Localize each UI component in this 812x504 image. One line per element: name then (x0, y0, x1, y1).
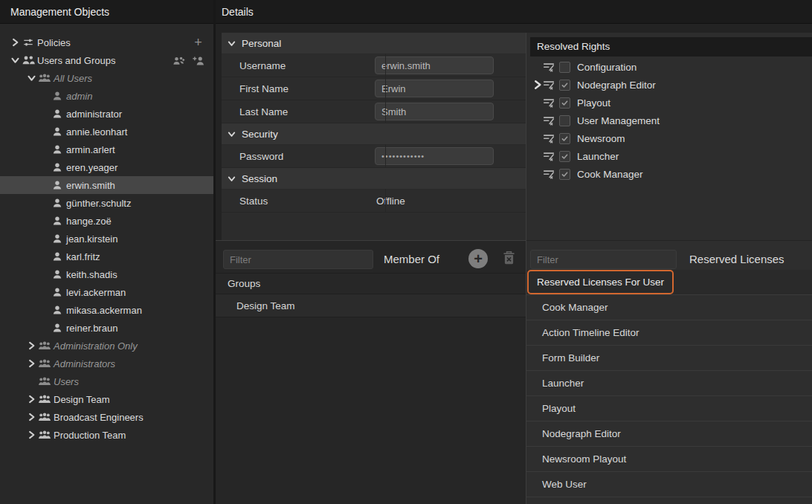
rights-filter-icon (543, 133, 555, 143)
tree-item-administrator[interactable]: administrator (0, 105, 213, 123)
tree-item-label: Production Team (54, 430, 126, 441)
first-name-label: First Name (222, 83, 367, 94)
user-details-form: Personal Username First Name Last Name S… (222, 33, 526, 240)
rights-item-cook-manager[interactable]: Cook Manager (526, 165, 812, 183)
tree-item-keith-shadis[interactable]: keith.shadis (0, 265, 213, 283)
license-row-action-timeline-editor[interactable]: Action Timeline Editor (526, 320, 812, 346)
right-label: Playout (577, 97, 610, 109)
rights-item-newsroom[interactable]: Newsroom (526, 129, 812, 147)
section-label-security: Security (242, 129, 278, 140)
tree-item-users[interactable]: Users (0, 372, 213, 390)
tree-item-karl-fritz[interactable]: karl.fritz (0, 248, 213, 265)
tree-item-mikasa-ackerman[interactable]: mikasa.ackerman (0, 301, 213, 319)
first-name-input[interactable] (375, 80, 494, 97)
rights-item-user-management[interactable]: User Management (526, 112, 812, 129)
tree-item-eren-yeager[interactable]: eren.yeager (0, 158, 213, 176)
right-checkbox[interactable] (559, 80, 570, 91)
tree-item-label: günther.schultz (66, 198, 131, 209)
group-icon (38, 73, 51, 83)
tree-item-annie-leonhart[interactable]: annie.leonhart (0, 123, 213, 140)
license-row-newsroom-playout[interactable]: Newsroom Playout (526, 447, 812, 472)
user-icon (51, 180, 64, 190)
username-input[interactable] (375, 56, 494, 74)
tree-item-label: hange.zoë (66, 216, 112, 227)
tree-item-policies[interactable]: Policies+ (0, 33, 213, 51)
licenses-header-row: Reserved Licenses For User (526, 270, 812, 295)
tree-item-armin-arlert[interactable]: armin.arlert (0, 140, 213, 158)
groups-filter-input[interactable] (223, 250, 373, 269)
chevron-right-icon[interactable] (25, 395, 38, 404)
right-checkbox[interactable] (559, 169, 570, 180)
license-row-form-builder[interactable]: Form Builder (526, 346, 812, 371)
chevron-down-icon (228, 175, 236, 183)
tree-item-hange-zo-[interactable]: hange.zoë (0, 212, 213, 230)
chevron-spacer (532, 152, 543, 161)
remove-member-button[interactable] (503, 251, 515, 265)
user-icon (51, 233, 64, 244)
license-row-nodegraph-editor[interactable]: Nodegraph Editor (526, 421, 812, 447)
chevron-right-icon[interactable] (25, 413, 38, 421)
tree-item-design-team[interactable]: Design Team (0, 390, 213, 408)
rights-item-launcher[interactable]: Launcher (526, 147, 812, 165)
plus-icon[interactable]: + (192, 37, 204, 48)
tree-item-broadcast-engineers[interactable]: Broadcast Engineers (0, 408, 213, 426)
rights-item-playout[interactable]: Playout (526, 94, 812, 112)
section-header-session[interactable]: Session (222, 168, 526, 190)
form-row-last-name: Last Name (222, 100, 526, 123)
add-user-icon[interactable] (192, 55, 204, 66)
user-icon (51, 91, 64, 101)
section-header-security[interactable]: Security (222, 123, 526, 145)
reserved-licenses-for-user-header[interactable]: Reserved Licenses For User (527, 270, 674, 294)
add-group-icon[interactable] (173, 55, 185, 66)
chevron-right-icon[interactable] (25, 359, 38, 368)
chevron-down-icon[interactable] (9, 56, 22, 65)
chevron-down-icon (228, 39, 236, 48)
tree-item-reiner-braun[interactable]: reiner.braun (0, 319, 213, 337)
form-row-password: Password (222, 145, 526, 168)
group-row-design-team[interactable]: Design Team (216, 294, 526, 317)
rights-item-nodegraph-editor[interactable]: Nodegraph Editor (526, 76, 812, 94)
right-label: Cook Manager (577, 169, 643, 180)
chevron-right-icon[interactable] (25, 341, 38, 350)
section-header-personal[interactable]: Personal (222, 33, 526, 54)
license-row-web-user[interactable]: Web User (526, 472, 812, 497)
right-checkbox[interactable] (559, 97, 570, 109)
tree-item-all-users[interactable]: All Users (0, 69, 213, 87)
tree-item-levi-ackerman[interactable]: levi.ackerman (0, 283, 213, 301)
last-name-input[interactable] (375, 103, 494, 120)
add-member-button[interactable]: + (468, 249, 488, 268)
tree-item-g-nther-schultz[interactable]: günther.schultz (0, 194, 213, 212)
license-row-playout[interactable]: Playout (526, 396, 812, 421)
tree-item-label: armin.arlert (66, 144, 115, 155)
right-checkbox[interactable] (559, 151, 570, 162)
tree-item-administration-only[interactable]: Administration Only (0, 337, 213, 355)
license-row-cook-manager[interactable]: Cook Manager (526, 295, 812, 320)
group-icon (38, 394, 51, 404)
trash-icon (503, 256, 515, 267)
member-of-title: Member Of (384, 250, 439, 269)
chevron-right-icon[interactable] (532, 81, 543, 89)
tree-item-admin[interactable]: admin (0, 87, 213, 105)
tree-item-erwin-smith[interactable]: erwin.smith (0, 176, 213, 194)
right-checkbox[interactable] (559, 115, 570, 126)
chevron-down-icon[interactable] (25, 74, 38, 83)
chevron-right-icon[interactable] (9, 38, 22, 47)
tree-item-label: karl.fritz (66, 251, 100, 262)
password-input[interactable] (375, 147, 494, 165)
tree-item-jean-kirstein[interactable]: jean.kirstein (0, 230, 213, 248)
license-row-launcher[interactable]: Launcher (526, 371, 812, 396)
user-icon (51, 198, 64, 208)
chevron-right-icon[interactable] (25, 430, 38, 439)
licenses-filter-input[interactable] (530, 250, 677, 269)
rights-filter-icon (543, 151, 555, 161)
section-label-personal: Personal (242, 38, 281, 49)
right-checkbox[interactable] (559, 62, 570, 73)
user-icon (51, 269, 64, 280)
tree-item-administrators[interactable]: Administrators (0, 355, 213, 372)
management-objects-title: Management Objects (10, 6, 109, 18)
right-checkbox[interactable] (559, 133, 570, 144)
tree-item-production-team[interactable]: Production Team (0, 426, 213, 444)
tree-item-label: reiner.braun (66, 323, 117, 334)
tree-item-users-and-groups[interactable]: Users and Groups (0, 51, 213, 69)
rights-item-configuration[interactable]: Configuration (526, 58, 812, 76)
